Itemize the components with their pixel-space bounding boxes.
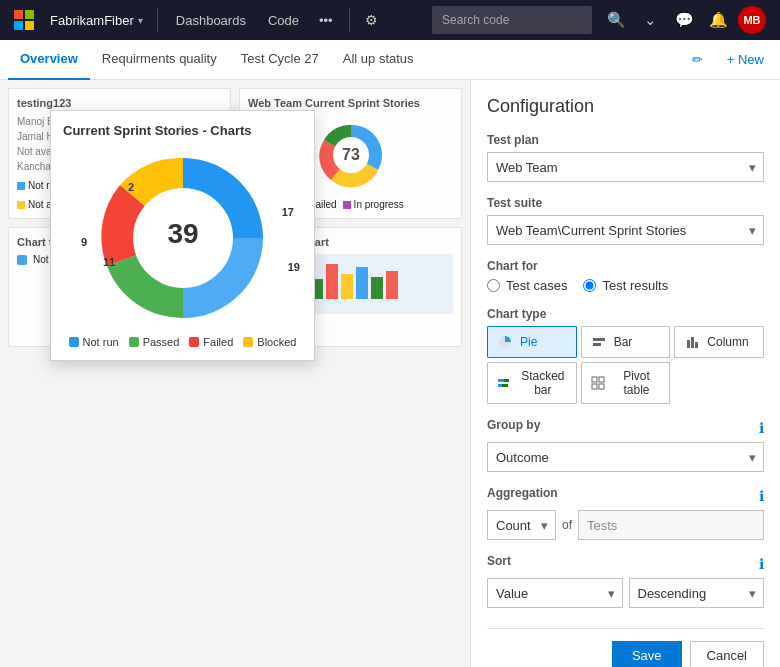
aggregation-select[interactable]: Count — [487, 510, 556, 540]
donut-legend: Not run Passed Failed Blocked — [63, 336, 302, 348]
legend-blocked: Blocked — [243, 336, 296, 348]
legend-dot-blocked — [243, 337, 253, 347]
nav-item-dashboards[interactable]: Dashboards — [166, 4, 256, 36]
svg-rect-0 — [14, 10, 23, 19]
group-by-label: Group by — [487, 418, 540, 432]
subnav: Overview Requirments quality Test Cycle … — [0, 40, 780, 80]
subnav-item-allstatus[interactable]: All up status — [331, 40, 426, 80]
chart-type-pie[interactable]: Pie — [487, 326, 577, 358]
app-logo[interactable] — [8, 4, 40, 36]
svg-rect-22 — [504, 379, 509, 382]
chart-type-label: Chart type — [487, 307, 764, 321]
donut-chart: 39 — [63, 148, 302, 328]
svg-rect-10 — [341, 274, 353, 299]
divider — [157, 8, 158, 32]
svg-rect-23 — [498, 384, 502, 387]
legend-passed: Passed — [129, 336, 180, 348]
topbar-nav: Dashboards Code ••• — [166, 4, 341, 36]
svg-rect-20 — [695, 342, 698, 348]
config-panel: Configuration Test plan Web Team ▾ Test … — [470, 80, 780, 667]
svg-rect-9 — [326, 264, 338, 299]
main-layout: testing123 Manoj Bable... Jamal Hartn... — [0, 80, 780, 667]
aggregation-tests-input[interactable] — [578, 510, 764, 540]
group-by-section: Group by ℹ Outcome ▾ — [487, 418, 764, 472]
sort-row: Value ▾ Descending ▾ — [487, 578, 764, 608]
org-dropdown-icon: ▾ — [138, 15, 143, 26]
group-by-select[interactable]: Outcome — [487, 442, 764, 472]
sort-header: Sort ℹ — [487, 554, 764, 573]
nav-more-button[interactable]: ••• — [311, 9, 341, 32]
radio-test-cases[interactable]: Test cases — [487, 278, 567, 293]
svg-rect-18 — [687, 340, 690, 348]
edit-button[interactable]: ✏ — [684, 48, 711, 71]
chart-type-pivot[interactable]: Pivot table — [581, 362, 671, 404]
cancel-button[interactable]: Cancel — [690, 641, 764, 667]
radio-test-cases-input[interactable] — [487, 279, 500, 292]
test-plan-select[interactable]: Web Team — [487, 152, 764, 182]
svg-rect-27 — [592, 384, 597, 389]
aggregation-section: Aggregation ℹ Count ▾ of — [487, 486, 764, 540]
org-name[interactable]: FabrikamFiber ▾ — [44, 13, 149, 28]
subnav-item-requirements[interactable]: Requirments quality — [90, 40, 229, 80]
group-by-info-icon[interactable]: ℹ — [759, 420, 764, 436]
subnav-item-testcycle[interactable]: Test Cycle 27 — [229, 40, 331, 80]
legend-dot-not-run — [69, 337, 79, 347]
test-suite-select-wrapper: Web Team\Current Sprint Stories ▾ — [487, 215, 764, 245]
aggregation-of-text: of — [562, 518, 572, 532]
new-button[interactable]: + New — [719, 48, 772, 71]
test-plan-label: Test plan — [487, 133, 764, 147]
svg-rect-16 — [593, 338, 605, 341]
sort-order-select[interactable]: Descending — [629, 578, 765, 608]
nav-item-code[interactable]: Code — [258, 4, 309, 36]
aggregation-info-icon[interactable]: ℹ — [759, 488, 764, 504]
chart-for-radio-group: Test cases Test results — [487, 278, 764, 293]
search-input[interactable] — [432, 6, 592, 34]
svg-rect-21 — [498, 379, 504, 382]
svg-rect-3 — [25, 21, 34, 30]
avatar[interactable]: MB — [738, 6, 766, 34]
group-by-select-wrapper: Outcome ▾ — [487, 442, 764, 472]
settings-icon[interactable]: ⚙ — [358, 6, 386, 34]
sort-label: Sort — [487, 554, 511, 568]
svg-text:39: 39 — [167, 218, 198, 249]
legend-failed: Failed — [189, 336, 233, 348]
aggregation-label: Aggregation — [487, 486, 558, 500]
svg-rect-11 — [356, 267, 368, 299]
sort-section: Sort ℹ Value ▾ Descending ▾ — [487, 554, 764, 608]
donut-card: Current Sprint Stories - Charts 39 — [50, 110, 315, 361]
chart-type-bar[interactable]: Bar — [581, 326, 671, 358]
chat-icon[interactable]: 💬 — [670, 6, 698, 34]
test-suite-section: Test suite Web Team\Current Sprint Stori… — [487, 196, 764, 245]
topbar: FabrikamFiber ▾ Dashboards Code ••• ⚙ 🔍 … — [0, 0, 780, 40]
sort-value-select[interactable]: Value — [487, 578, 623, 608]
svg-rect-2 — [14, 21, 23, 30]
left-panel: testing123 Manoj Bable... Jamal Hartn... — [0, 80, 470, 667]
search-icon[interactable]: 🔍 — [602, 6, 630, 34]
legend-not-run: Not run — [69, 336, 119, 348]
donut-card-title: Current Sprint Stories - Charts — [63, 123, 302, 138]
chevron-icon[interactable]: ⌄ — [636, 6, 664, 34]
test-plan-select-wrapper: Web Team ▾ — [487, 152, 764, 182]
svg-rect-24 — [502, 384, 508, 387]
subnav-item-overview[interactable]: Overview — [8, 40, 90, 80]
svg-rect-19 — [691, 337, 694, 348]
bar-icon — [590, 333, 608, 351]
svg-rect-28 — [599, 384, 604, 389]
chart-type-column[interactable]: Column — [674, 326, 764, 358]
svg-rect-17 — [593, 343, 601, 346]
chart-type-stacked[interactable]: Stacked bar — [487, 362, 577, 404]
aggregation-row: Count ▾ of — [487, 510, 764, 540]
sort-order-select-wrapper: Descending ▾ — [629, 578, 765, 608]
group-by-header: Group by ℹ — [487, 418, 764, 437]
bell-icon[interactable]: 🔔 — [704, 6, 732, 34]
test-suite-select[interactable]: Web Team\Current Sprint Stories — [487, 215, 764, 245]
action-buttons: Save Cancel — [487, 628, 764, 667]
radio-test-results-input[interactable] — [583, 279, 596, 292]
svg-rect-12 — [371, 277, 383, 299]
sort-info-icon[interactable]: ℹ — [759, 556, 764, 572]
legend-dot-failed — [189, 337, 199, 347]
radio-test-results[interactable]: Test results — [583, 278, 668, 293]
chart-card-2-title: Web Team Current Sprint Stories — [248, 97, 453, 109]
save-button[interactable]: Save — [612, 641, 682, 667]
svg-text:73: 73 — [342, 146, 360, 163]
